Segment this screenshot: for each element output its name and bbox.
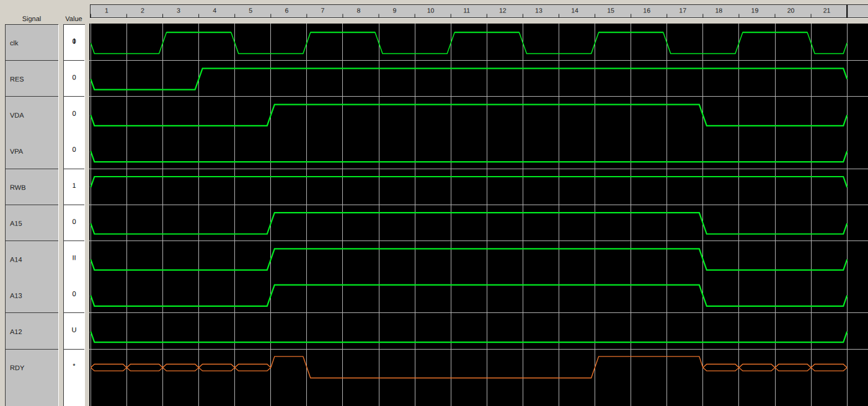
svg-text:9: 9 [393, 7, 397, 14]
svg-text:0: 0 [72, 218, 76, 226]
svg-text:17: 17 [679, 7, 686, 14]
svg-text:11: 11 [463, 7, 470, 14]
svg-text:0: 0 [72, 291, 76, 298]
svg-text:20: 20 [787, 7, 795, 14]
svg-text:3: 3 [177, 7, 180, 14]
svg-text:19: 19 [751, 7, 759, 14]
svg-text:8: 8 [356, 7, 360, 14]
svg-text:clk: clk [10, 40, 19, 47]
svg-text:0: 0 [72, 146, 76, 154]
svg-text:15: 15 [607, 7, 614, 14]
svg-text:14: 14 [571, 7, 578, 14]
svg-text:4: 4 [213, 7, 216, 14]
svg-text:VDA: VDA [10, 112, 24, 120]
svg-text:16: 16 [643, 7, 650, 14]
svg-text:21: 21 [823, 7, 831, 14]
svg-text:0: 0 [72, 110, 76, 118]
svg-text:RES: RES [10, 76, 24, 84]
svg-text:6: 6 [285, 7, 288, 14]
svg-text:RWB: RWB [10, 184, 26, 192]
svg-text:Signal: Signal [22, 15, 42, 23]
svg-text:A12: A12 [10, 329, 22, 336]
svg-text:10: 10 [427, 7, 435, 14]
svg-text:13: 13 [535, 7, 542, 14]
svg-text:2: 2 [141, 7, 144, 14]
svg-text:A15: A15 [10, 220, 22, 227]
svg-text:7: 7 [321, 7, 324, 14]
svg-text:12: 12 [499, 7, 507, 14]
svg-text:II: II [72, 254, 76, 262]
svg-text:RDY: RDY [10, 364, 25, 372]
svg-text:A13: A13 [10, 293, 22, 300]
svg-text:1: 1 [72, 182, 76, 190]
svg-text:1: 1 [105, 7, 108, 14]
svg-text:18: 18 [715, 7, 722, 14]
svg-text:5: 5 [249, 7, 252, 14]
svg-text:VPA: VPA [10, 148, 24, 156]
svg-text:A14: A14 [10, 257, 22, 264]
svg-text:U: U [72, 327, 77, 334]
svg-text:0: 0 [72, 74, 76, 81]
svg-text:Value: Value [65, 15, 82, 23]
